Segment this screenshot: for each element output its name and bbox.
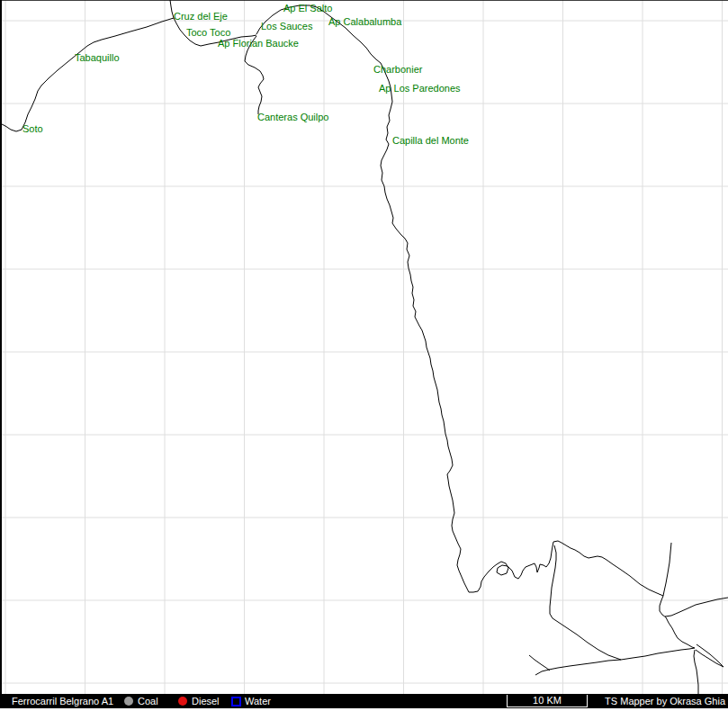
legend-label: Water — [245, 696, 271, 706]
legend-label: Diesel — [192, 696, 220, 706]
station-label: Ap Los Paredones — [379, 84, 461, 94]
status-bar: Ferrocarril Belgrano A1 CoalDieselWater … — [0, 694, 728, 708]
water-square-icon — [231, 697, 241, 706]
track-segment — [529, 655, 550, 670]
station-label: Ap Calabalumba — [328, 17, 401, 27]
station-label: Ap El Salto — [283, 4, 332, 14]
station-label: Canteras Quilpo — [257, 112, 329, 122]
ts-mapper-window: Cruz del EjeToco TocoAp El SaltoLos Sauc… — [0, 0, 728, 711]
scale-label: 10 KM — [533, 695, 562, 706]
station-label: Charbonier — [373, 65, 422, 75]
station-label: Tabaquillo — [75, 53, 120, 63]
track-segment — [697, 644, 724, 667]
diesel-circle-icon — [178, 697, 187, 706]
track-segment — [696, 650, 724, 667]
map-canvas[interactable] — [0, 0, 728, 694]
track-segment — [694, 650, 698, 694]
track-segment — [535, 648, 695, 675]
legend-label: Coal — [138, 696, 158, 706]
track-segment — [663, 543, 671, 596]
station-label: Los Sauces — [261, 22, 312, 32]
station-label: Ap Florian Baucke — [218, 39, 299, 49]
station-label: Soto — [22, 124, 43, 134]
station-label: Cruz del Eje — [174, 12, 228, 22]
railway-tracks — [0, 0, 728, 694]
station-label: Toco Toco — [186, 28, 230, 38]
credit-text: TS Mapper by Okrasa Ghia — [605, 696, 725, 706]
scale-bar: 10 KM — [507, 695, 588, 707]
coal-circle-icon — [124, 697, 133, 706]
track-segment — [660, 596, 695, 648]
route-name: Ferrocarril Belgrano A1 — [12, 696, 113, 706]
route-map[interactable]: Cruz del EjeToco TocoAp El SaltoLos Sauc… — [0, 0, 728, 694]
station-label: Capilla del Monte — [392, 136, 469, 146]
map-border — [1, 0, 728, 694]
track-segment — [553, 541, 663, 596]
track-segment — [0, 18, 174, 131]
grid-lines — [0, 0, 728, 694]
